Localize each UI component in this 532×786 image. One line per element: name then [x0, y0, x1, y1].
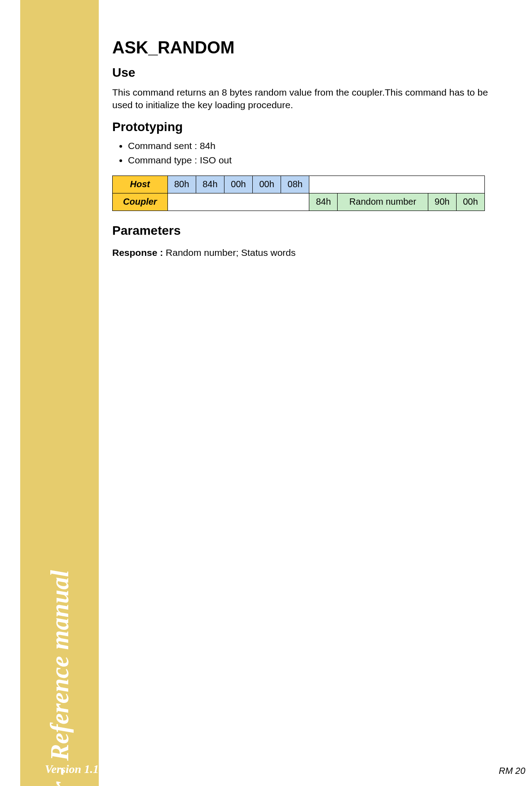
response-label: Response :: [112, 247, 166, 258]
sidebar: Coupler - Reference manual Version 1.1: [20, 0, 99, 786]
host-cell: 00h: [224, 176, 252, 193]
host-cell: 08h: [281, 176, 309, 193]
table-row-coupler: Coupler 84h Random number 90h 00h: [113, 193, 485, 211]
section-proto-heading: Prototyping: [112, 120, 503, 134]
section-use-heading: Use: [112, 66, 503, 80]
response-line: Response : Random number; Status words: [112, 247, 503, 258]
sidebar-title: Coupler - Reference manual: [45, 570, 74, 786]
section-params-heading: Parameters: [112, 224, 503, 238]
page-number: RM 20: [499, 766, 525, 776]
coupler-cell: 00h: [456, 193, 484, 211]
use-text: This command returns an 8 bytes random v…: [112, 86, 503, 112]
host-label-cell: Host: [113, 176, 168, 193]
host-cell: 80h: [167, 176, 196, 193]
page-title: ASK_RANDOM: [112, 38, 503, 57]
host-cell: 00h: [253, 176, 281, 193]
coupler-cell: 90h: [428, 193, 456, 211]
proto-bullet-1: Command sent : 84h: [128, 141, 503, 151]
coupler-empty: [167, 193, 309, 211]
coupler-cell: 84h: [309, 193, 338, 211]
version-label: Version 1.1: [45, 763, 99, 776]
response-text: Random number; Status words: [166, 247, 295, 258]
proto-bullet-2: Command type : ISO out: [128, 155, 503, 166]
host-empty: [309, 176, 485, 193]
host-cell: 84h: [196, 176, 224, 193]
content-area: ASK_RANDOM Use This command returns an 8…: [112, 38, 503, 268]
coupler-label-cell: Coupler: [113, 193, 168, 211]
proto-table: Host 80h 84h 00h 00h 08h Coupler 84h Ran…: [112, 176, 485, 211]
coupler-cell: Random number: [338, 193, 428, 211]
proto-bullets: Command sent : 84h Command type : ISO ou…: [128, 141, 503, 166]
table-row-host: Host 80h 84h 00h 00h 08h: [113, 176, 485, 193]
